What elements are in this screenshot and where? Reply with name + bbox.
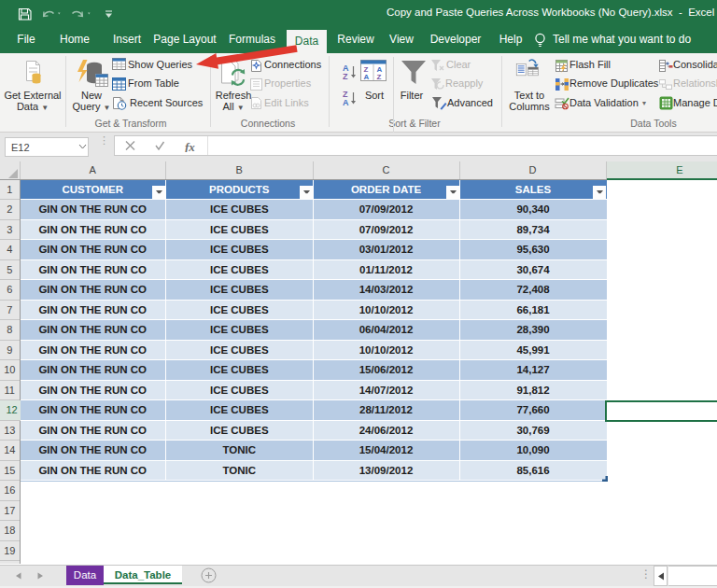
svg-text:Z: Z xyxy=(343,72,348,80)
svg-text:A: A xyxy=(343,98,349,106)
svg-text:A: A xyxy=(364,73,370,81)
svg-text:Z: Z xyxy=(377,73,382,81)
svg-text:fx: fx xyxy=(185,140,195,152)
